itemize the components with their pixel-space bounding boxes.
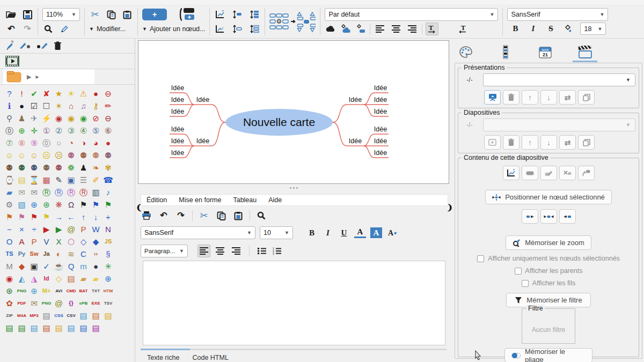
palette-icon[interactable]: Ⓡ	[53, 186, 65, 198]
palette-icon[interactable]: ⚑	[28, 211, 40, 223]
palette-icon[interactable]: O	[3, 235, 16, 248]
palette-icon[interactable]: ▤	[77, 322, 90, 334]
edit-pen-icon[interactable]	[58, 23, 70, 35]
palette-icon[interactable]: ⑧	[16, 137, 28, 149]
palette-icon[interactable]: P	[28, 235, 40, 248]
palette-icon[interactable]: ⚉	[40, 161, 53, 174]
palette-icon[interactable]: ♟	[77, 161, 90, 174]
palette-icon[interactable]: ⚑	[3, 211, 16, 223]
palette-icon[interactable]: Py	[16, 248, 28, 260]
copy-slide-button[interactable]	[578, 135, 595, 150]
palette-icon[interactable]: ⊕	[28, 198, 40, 211]
svg-text:Idée[interactable]: Idée	[349, 137, 362, 145]
palette-icon[interactable]: ◕	[90, 137, 102, 149]
palette-icon[interactable]: ✏	[102, 100, 114, 112]
palette-icon[interactable]: ⚉	[3, 161, 16, 174]
palette-icon[interactable]: ❧	[90, 161, 102, 174]
palette-icon[interactable]: ☺	[16, 149, 28, 161]
palette-icon[interactable]: !	[16, 87, 28, 100]
palette-icon[interactable]: V	[40, 235, 53, 248]
italic-button[interactable]: I	[322, 227, 334, 239]
palette-icon[interactable]: PNG	[40, 297, 53, 309]
palette-icon[interactable]: ▰	[90, 272, 102, 285]
undo-icon[interactable]: ↶	[5, 23, 17, 35]
palette-icon[interactable]: Q	[65, 260, 77, 272]
swap-presentation-button[interactable]: ⇄	[559, 90, 576, 105]
palette-icon[interactable]: TS	[3, 248, 16, 260]
palette-icon[interactable]: §	[102, 248, 114, 260]
palette-icon[interactable]: ⚉	[77, 149, 90, 161]
palette-icon[interactable]: A	[16, 235, 28, 248]
palette-icon[interactable]: @	[53, 297, 65, 309]
palette-icon[interactable]: ⚉	[90, 149, 102, 161]
palette-icon[interactable]: ●	[102, 137, 114, 149]
palette-icon[interactable]: ⑥	[102, 124, 114, 137]
svg-text:Idée[interactable]: Idée	[374, 108, 387, 115]
palette-icon[interactable]: ●	[16, 100, 28, 112]
palette-icon[interactable]: JS	[102, 235, 114, 248]
palette-icon[interactable]: ×	[16, 223, 28, 235]
align-left-icon[interactable]	[374, 23, 386, 35]
menu-aide[interactable]: Aide	[268, 196, 282, 204]
palette-icon[interactable]: ↑	[77, 211, 90, 223]
palette-icon[interactable]: CSS	[53, 309, 65, 322]
align-left-button[interactable]	[197, 245, 210, 257]
clear-format-icon[interactable]: A	[386, 227, 398, 239]
palette-icon[interactable]: m	[77, 260, 90, 272]
note-text-area[interactable]	[143, 261, 445, 345]
palette-icon[interactable]: ♫	[77, 100, 90, 112]
palette-icon[interactable]: ⚉	[28, 161, 40, 174]
checkbox-show-parents[interactable]	[515, 268, 522, 275]
new-slide-button[interactable]	[484, 135, 501, 150]
tab-style-palette[interactable]	[457, 45, 475, 60]
palette-icon[interactable]: ▶	[40, 223, 53, 235]
video-icon[interactable]	[5, 56, 19, 67]
palette-icon[interactable]: ZIP	[3, 309, 16, 322]
icon-dot-pen-tool[interactable]	[36, 42, 48, 49]
palette-icon[interactable]: ✉	[28, 186, 40, 198]
palette-icon[interactable]: ⓪	[3, 124, 16, 137]
palette-icon[interactable]: ◇	[77, 235, 90, 248]
palette-icon[interactable]: ◇	[53, 272, 65, 285]
palette-icon[interactable]: ♟	[16, 112, 28, 124]
palette-icon[interactable]: ⑦	[3, 137, 16, 149]
palette-icon[interactable]: ⚉	[16, 161, 28, 174]
align-right-icon[interactable]	[406, 23, 419, 35]
palette-icon[interactable]: X	[53, 235, 65, 248]
palette-icon[interactable]: ◉	[65, 112, 77, 124]
palette-icon[interactable]: ☀	[65, 87, 77, 100]
palette-icon[interactable]: M+	[40, 285, 53, 297]
node-height-outline-icon[interactable]	[231, 23, 243, 35]
palette-icon[interactable]: M	[3, 260, 16, 272]
palette-icon[interactable]: →	[53, 211, 65, 223]
palette-icon[interactable]: TXT	[90, 285, 102, 297]
menu-mise-en-forme[interactable]: Mise en forme	[179, 196, 221, 204]
palette-icon[interactable]: ▤	[16, 174, 28, 186]
palette-icon[interactable]: ✶	[53, 100, 65, 112]
palette-icon[interactable]: ●	[90, 87, 102, 100]
palette-icon[interactable]: ⓪	[40, 137, 53, 149]
move-slide-down-button[interactable]: ↓	[540, 135, 557, 150]
palette-icon[interactable]: Ja	[40, 248, 53, 260]
tab-texte-riche[interactable]: Texte riche	[147, 354, 179, 361]
menu-edition[interactable]: Édition	[147, 196, 167, 204]
palette-icon[interactable]: Id	[40, 272, 53, 285]
palette-icon[interactable]: ePB	[77, 297, 90, 309]
palette-icon[interactable]: Ⓡ	[77, 186, 90, 198]
node-color-icon[interactable]	[562, 23, 574, 35]
palette-icon[interactable]: ⊛	[3, 285, 16, 297]
icon-pen-dot-tool[interactable]	[19, 42, 31, 49]
tab-calendar[interactable]: MAR21	[536, 45, 554, 60]
move-presentation-down-button[interactable]: ↓	[540, 90, 557, 105]
palette-icon[interactable]: ⊛	[40, 198, 53, 211]
palette-icon[interactable]: ✎	[53, 174, 65, 186]
map-canvas[interactable]: Nouvelle carte Idée Idée Idée Idée Idée …	[138, 40, 449, 184]
palette-icon[interactable]: ◉	[3, 272, 16, 285]
palette-icon[interactable]: CMD	[65, 285, 77, 297]
palette-icon[interactable]: ☑	[28, 100, 40, 112]
palette-icon[interactable]: ⚉	[53, 161, 65, 174]
palette-icon[interactable]: PNG	[16, 285, 28, 297]
slides-combobox[interactable]: ▼	[483, 119, 635, 131]
note-font-combobox[interactable]: SansSerif▼	[141, 226, 255, 239]
palette-icon[interactable]: C	[77, 248, 90, 260]
